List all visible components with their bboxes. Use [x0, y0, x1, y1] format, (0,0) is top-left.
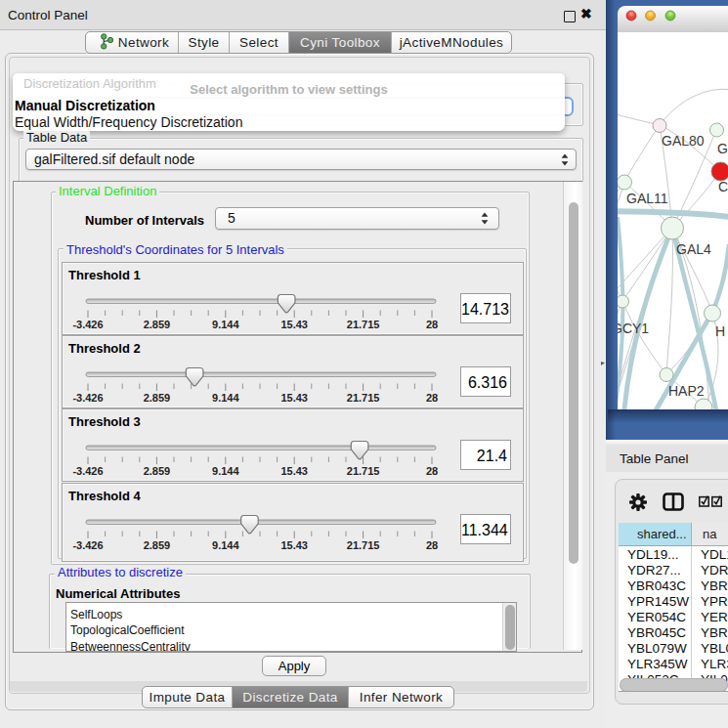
svg-text:-3.426: -3.426	[72, 539, 103, 551]
svg-text:2.859: 2.859	[144, 539, 171, 551]
svg-text:15.43: 15.43	[280, 319, 308, 330]
svg-text:9.144: 9.144	[212, 319, 239, 330]
svg-text:28: 28	[426, 319, 438, 330]
svg-text:21.715: 21.715	[347, 539, 380, 551]
svg-text:GAL4: GAL4	[676, 241, 711, 257]
svg-text:GCY1: GCY1	[618, 321, 649, 336]
svg-text:21.715: 21.715	[347, 319, 380, 330]
svg-text:2.859: 2.859	[144, 465, 171, 477]
svg-text:C: C	[718, 179, 728, 194]
svg-text:-3.426: -3.426	[72, 319, 103, 330]
svg-text:GAL80: GAL80	[662, 133, 705, 149]
svg-text:9.144: 9.144	[212, 465, 239, 477]
svg-text:HAP2: HAP2	[668, 383, 705, 399]
svg-text:-3.426: -3.426	[72, 392, 103, 404]
svg-text:2.859: 2.859	[144, 392, 171, 404]
svg-text:21.715: 21.715	[347, 465, 380, 477]
svg-text:28: 28	[426, 539, 438, 551]
svg-text:15.43: 15.43	[280, 465, 308, 477]
svg-text:9.144: 9.144	[212, 539, 239, 551]
svg-text:2.859: 2.859	[144, 319, 171, 330]
svg-text:15.43: 15.43	[280, 539, 308, 551]
svg-text:GAL11: GAL11	[626, 191, 668, 206]
svg-text:9.144: 9.144	[212, 392, 239, 404]
svg-text:-3.426: -3.426	[72, 465, 103, 477]
svg-text:21.715: 21.715	[347, 392, 380, 404]
svg-text:15.43: 15.43	[280, 392, 308, 404]
svg-text:H: H	[715, 323, 725, 339]
svg-text:28: 28	[426, 392, 438, 404]
svg-text:28: 28	[426, 465, 438, 477]
svg-text:GA: GA	[717, 141, 728, 156]
